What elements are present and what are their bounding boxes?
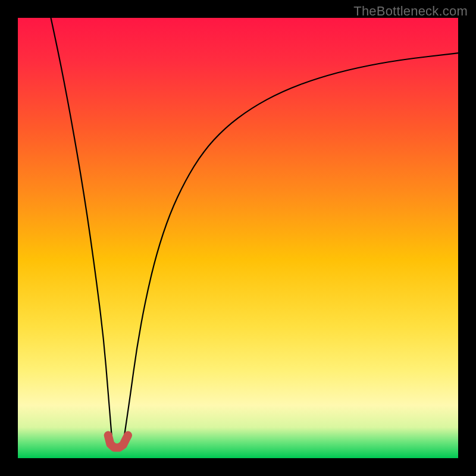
watermark-text: TheBottleneck.com [353, 4, 468, 19]
gradient-bg [18, 18, 458, 458]
plot-area [18, 18, 458, 458]
chart-svg [18, 18, 458, 458]
chart-frame: TheBottleneck.com [0, 0, 476, 476]
